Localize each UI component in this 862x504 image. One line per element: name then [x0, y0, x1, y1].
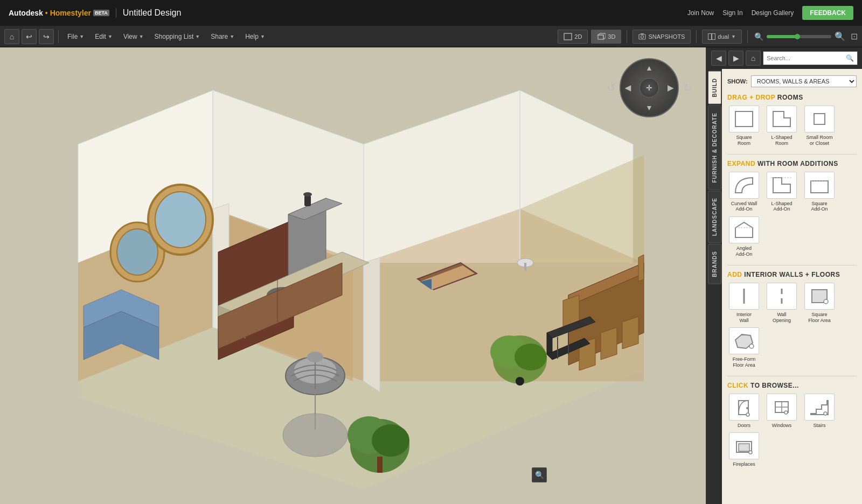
interior-wall-label: InteriorWall [736, 312, 752, 324]
build-tab[interactable]: BUILD [708, 71, 721, 104]
freeform-floor-item[interactable]: Free-FormFloor Area [727, 327, 761, 368]
sign-in-link[interactable]: Sign In [722, 9, 742, 17]
toolbar-divider-3 [696, 30, 697, 43]
sq-floor-item[interactable]: SquareFloor Area [803, 283, 836, 324]
file-menu[interactable]: File ▼ [63, 31, 88, 43]
edit-menu[interactable]: Edit ▼ [91, 31, 117, 43]
square-addon-icon [804, 172, 835, 199]
interior-wall-item[interactable]: InteriorWall [727, 283, 761, 324]
view-3d-button[interactable]: 3D [591, 30, 621, 44]
panel-search-icon[interactable]: 🔍 [846, 54, 854, 62]
viewport-zoom-icon[interactable]: 🔍 [532, 467, 547, 482]
nav-ring: ▲ ▼ ◀ ▶ ✛ [620, 58, 679, 117]
fireplaces-item[interactable]: Fireplaces [727, 432, 761, 467]
wall-opening-item[interactable]: WallOpening [765, 283, 798, 324]
walls-floors-header: ADD INTERIOR WALLS + FLOORS [727, 271, 857, 278]
doors-item[interactable]: Doors [727, 394, 761, 428]
freeform-floor-icon [729, 327, 759, 354]
show-row: SHOW: ROOMS, WALLS & AREAS FLOORS ONLY A… [727, 75, 857, 87]
nav-down-button[interactable]: ▼ [645, 103, 653, 112]
square-addon-item[interactable]: SquareAdd-On [803, 172, 836, 213]
svg-point-94 [824, 412, 827, 415]
panel-back-button[interactable]: ◀ [711, 51, 726, 66]
redo-button[interactable]: ↪ [39, 29, 54, 44]
angled-addon-item[interactable]: AngledAdd-On [727, 216, 761, 257]
toolbar-divider-4 [747, 30, 748, 43]
zoom-slider[interactable] [767, 35, 831, 38]
autodesk-name: Autodesk [9, 9, 43, 17]
home-button[interactable]: ⌂ [4, 29, 19, 44]
undo-button[interactable]: ↩ [22, 29, 37, 44]
dual-dropdown-arrow: ▼ [731, 34, 736, 39]
svg-rect-72 [814, 114, 825, 124]
svg-marker-77 [735, 222, 753, 237]
rooms-grid: SquareRoom L-ShapedRoom [727, 106, 857, 146]
toolbar-divider-1 [58, 30, 59, 43]
square-room-item[interactable]: SquareRoom [727, 106, 761, 146]
stairs-label: Stairs [813, 423, 825, 428]
browse-rest: TO BROWSE... [750, 382, 799, 389]
stairs-icon [804, 394, 835, 421]
walls-grid: InteriorWall WallOpening [727, 283, 857, 368]
panel-search-box[interactable]: 🔍 [763, 51, 858, 65]
view-menu[interactable]: View ▼ [119, 31, 148, 43]
nav-center[interactable]: ✛ [639, 78, 659, 97]
square-addon-label: SquareAdd-On [811, 201, 828, 213]
toolbar-right: 2D 3D SNAPSHOTS dual ▼ [558, 30, 858, 44]
l-shaped-room-label: L-ShapedRoom [771, 135, 792, 146]
share-menu[interactable]: Share ▼ [206, 31, 239, 43]
freeform-floor-label: Free-FormFloor Area [733, 356, 756, 368]
side-panel: ◀ ▶ ⌂ 🔍 BUILD FURNISH & DECORATE LANDSCA… [706, 47, 862, 504]
nav-left-button[interactable]: ◀ [625, 83, 631, 92]
l-shaped-room-item[interactable]: L-ShapedRoom [765, 106, 798, 146]
panel-top-nav: ◀ ▶ ⌂ 🔍 [707, 47, 862, 69]
shopping-list-menu[interactable]: Shopping List ▼ [150, 31, 205, 43]
toolbar-divider-2 [627, 30, 627, 43]
curved-wall-item[interactable]: Curved WallAdd-On [727, 172, 761, 213]
show-select[interactable]: ROOMS, WALLS & AREAS FLOORS ONLY ALL [751, 75, 857, 87]
l-shaped-addon-item[interactable]: L-ShapedAdd-On [765, 172, 798, 213]
svg-point-45 [372, 424, 409, 457]
svg-point-97 [749, 451, 752, 454]
join-now-link[interactable]: Join Now [687, 9, 714, 17]
dual-view-button[interactable]: dual ▼ [702, 30, 742, 44]
rotate-left-button[interactable]: ↺ [603, 80, 618, 95]
panel-home-button[interactable]: ⌂ [746, 51, 761, 66]
furnish-decorate-tab[interactable]: FURNISH & DECORATE [708, 106, 721, 190]
zoom-out-icon[interactable]: 🔍 [753, 31, 764, 42]
nav-right-button[interactable]: ▶ [668, 83, 673, 92]
viewport[interactable]: ↺ ▲ ▼ ◀ ▶ ✛ ↻ 🔍 [0, 47, 706, 504]
view-2d-button[interactable]: 2D [558, 30, 588, 44]
snapshots-button[interactable]: SNAPSHOTS [632, 30, 691, 44]
brands-tab[interactable]: BRANDS [708, 244, 721, 284]
expand-header: EXPAND WITH ROOM ADDITIONS [727, 160, 857, 167]
interior-wall-icon [729, 283, 759, 310]
svg-point-87 [746, 407, 748, 409]
expand-keyword: EXPAND [727, 160, 755, 167]
side-tabs: BUILD FURNISH & DECORATE LANDSCAPE BRAND… [707, 69, 722, 504]
design-gallery-link[interactable]: Design Gallery [752, 9, 794, 17]
top-bar-left: Autodesk • Homestyler BETA Untitled Desi… [9, 8, 181, 18]
nav-up-button[interactable]: ▲ [645, 64, 653, 72]
rotate-right-button[interactable]: ↻ [680, 80, 695, 95]
fit-screen-icon[interactable]: ⊡ [851, 31, 858, 41]
stairs-item[interactable]: Stairs [803, 394, 836, 428]
l-shaped-addon-icon [767, 172, 797, 199]
dual-icon [708, 33, 715, 40]
fireplaces-icon [729, 432, 759, 459]
help-menu[interactable]: Help ▼ [241, 31, 269, 43]
landscape-tab[interactable]: LANDSCAPE [708, 191, 721, 243]
divider-1 [727, 154, 857, 155]
windows-item[interactable]: Windows [765, 394, 798, 428]
navigation-controls[interactable]: ↺ ▲ ▼ ◀ ▶ ✛ ↻ [620, 58, 679, 117]
zoom-in-icon[interactable]: 🔍 [833, 30, 846, 43]
svg-marker-58 [622, 317, 638, 349]
additions-grid: Curved WallAdd-On L-ShapedAdd-On [727, 172, 857, 257]
feedback-button[interactable]: FEEDBACK [802, 6, 853, 20]
svg-point-49 [515, 344, 547, 370]
panel-forward-button[interactable]: ▶ [728, 51, 743, 66]
drag-drop-rest: ROOMS [777, 94, 803, 101]
svg-rect-75 [811, 181, 828, 193]
small-room-item[interactable]: Small Roomor Closet [803, 106, 836, 146]
panel-search-input[interactable] [767, 55, 846, 61]
